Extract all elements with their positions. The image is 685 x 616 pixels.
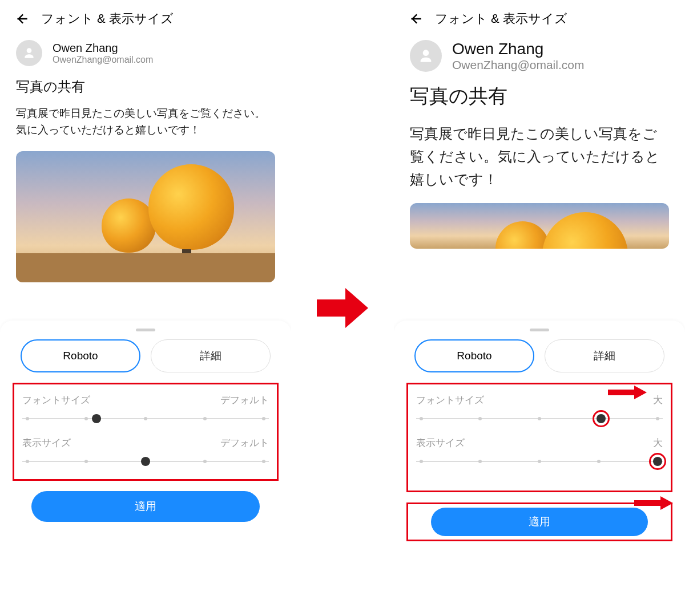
display-size-track[interactable] [416, 455, 663, 468]
preview-content: Owen Zhang OwenZhang@omail.com 写真の共有 写真展… [0, 35, 291, 282]
post-body: 写真展で昨日見たこの美しい写真をご覧ください。気に入っていただけると嬉しいです！ [16, 105, 275, 139]
sliders-box-highlight: フォントサイズ 大 表示サイズ 大 [406, 383, 672, 492]
font-size-knob[interactable] [597, 414, 606, 423]
profile-email: OwenZhang@omail.com [53, 55, 153, 65]
tab-roboto[interactable]: Roboto [21, 339, 140, 372]
display-size-value: 大 [653, 436, 663, 449]
post-body: 写真展で昨日見たこの美しい写真をご覧ください。気に入っていただけると嬉しいです！ [410, 122, 669, 191]
font-size-value: デフォルト [220, 394, 269, 407]
font-size-label: フォントサイズ [22, 394, 90, 407]
display-size-track[interactable] [22, 455, 269, 468]
back-button[interactable] [14, 11, 30, 27]
post-title: 写真の共有 [16, 78, 275, 96]
bottom-sheet: Roboto 詳細 フォントサイズ デフォルト [0, 321, 291, 616]
display-size-label: 表示サイズ [22, 436, 71, 449]
display-size-value: デフォルト [220, 436, 269, 449]
apply-wrap-highlight: 適用 [406, 502, 672, 541]
bottom-sheet: Roboto 詳細 フォントサイズ 大 [394, 321, 685, 616]
display-size-slider: 表示サイズ デフォルト [22, 436, 269, 468]
post-title: 写真の共有 [410, 83, 669, 110]
profile-name: Owen Zhang [452, 40, 584, 58]
apply-button[interactable]: 適用 [31, 491, 260, 522]
arrow-right-icon [317, 288, 368, 328]
font-size-slider: フォントサイズ 大 [416, 394, 663, 425]
topbar: フォント & 表示サイズ [0, 0, 291, 35]
profile-email: OwenZhang@omail.com [452, 58, 584, 72]
phone-after: フォント & 表示サイズ Owen Zhang OwenZhang@omail.… [394, 0, 685, 616]
font-tabs: Roboto 詳細 [406, 339, 672, 372]
font-size-slider: フォントサイズ デフォルト [22, 394, 269, 425]
tab-more[interactable]: 詳細 [151, 339, 271, 372]
page-title: フォント & 表示サイズ [41, 10, 174, 27]
font-tabs: Roboto 詳細 [13, 339, 279, 372]
display-size-slider: 表示サイズ 大 [416, 436, 663, 468]
page-title: フォント & 表示サイズ [435, 10, 567, 27]
person-icon [22, 46, 37, 60]
preview-image [16, 151, 275, 282]
sliders-box-highlight: フォントサイズ デフォルト 表示サイズ デフォルト [13, 383, 279, 481]
display-size-label: 表示サイズ [416, 436, 465, 449]
tab-more[interactable]: 詳細 [545, 339, 664, 372]
display-size-knob[interactable] [141, 457, 150, 466]
apply-button[interactable]: 適用 [431, 508, 648, 536]
display-size-knob[interactable] [653, 457, 662, 466]
font-size-knob[interactable] [92, 414, 101, 423]
profile-row: Owen Zhang OwenZhang@omail.com [410, 40, 669, 72]
topbar: フォント & 表示サイズ [394, 0, 685, 35]
font-size-track[interactable] [22, 412, 269, 425]
profile-row: Owen Zhang OwenZhang@omail.com [16, 40, 275, 66]
tab-roboto[interactable]: Roboto [414, 339, 534, 372]
person-icon [417, 47, 435, 65]
font-size-value: 大 [653, 394, 663, 407]
phone-before: フォント & 表示サイズ Owen Zhang OwenZhang@omail.… [0, 0, 291, 616]
sheet-handle[interactable] [530, 329, 549, 331]
sheet-handle[interactable] [136, 329, 155, 331]
preview-content: Owen Zhang OwenZhang@omail.com 写真の共有 写真展… [394, 35, 685, 249]
back-arrow-icon [408, 11, 423, 26]
avatar [16, 40, 42, 66]
back-button[interactable] [408, 11, 424, 27]
apply-wrap: 適用 [13, 491, 279, 522]
font-size-label: フォントサイズ [416, 394, 484, 407]
preview-image [410, 203, 669, 249]
avatar [410, 40, 442, 72]
back-arrow-icon [14, 11, 29, 26]
profile-name: Owen Zhang [53, 42, 153, 55]
font-size-track[interactable] [416, 412, 663, 425]
transition-arrow [291, 0, 394, 616]
